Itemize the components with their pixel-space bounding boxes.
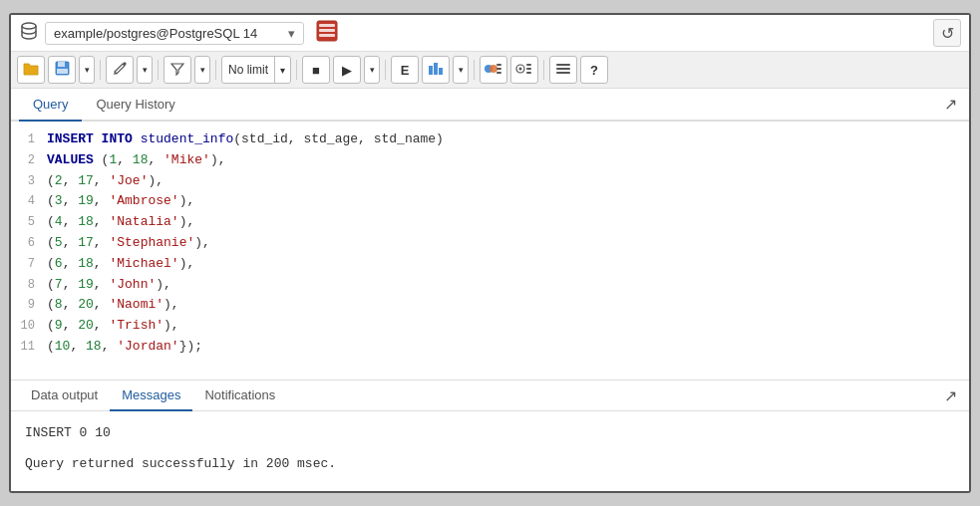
line-number: 11 — [11, 337, 47, 357]
punctuation: , — [63, 173, 79, 188]
tab-query-history[interactable]: Query History — [82, 89, 188, 122]
separator-7 — [543, 60, 544, 80]
main-window: example/postgres@PostgreSQL 14 ▾ ↺ — [9, 13, 971, 493]
svg-rect-7 — [57, 69, 68, 74]
save-button[interactable] — [48, 56, 76, 84]
help-button[interactable]: ? — [580, 56, 608, 84]
number-literal: 18 — [78, 256, 94, 271]
macros-icon — [485, 62, 502, 79]
punctuation: ( — [47, 235, 55, 250]
toolbar: ▾ ▾ ▾ No — [11, 52, 969, 89]
save-dropdown-arrow: ▾ — [85, 65, 90, 75]
svg-rect-13 — [496, 64, 501, 66]
svg-rect-14 — [496, 68, 501, 70]
punctuation: ), — [163, 297, 179, 312]
filter-dropdown-arrow: ▾ — [200, 65, 205, 75]
string-literal: 'Michael' — [109, 256, 178, 271]
separator-1 — [100, 60, 101, 80]
string-literal: 'Ambrose' — [109, 193, 178, 208]
filter-button[interactable] — [163, 56, 191, 84]
svg-rect-22 — [556, 68, 570, 70]
number-literal: 17 — [78, 173, 94, 188]
code-editor[interactable]: 1INSERT INTO student_info(std_id, std_ag… — [11, 122, 969, 380]
run-button[interactable]: ▶ — [333, 56, 361, 84]
tab-notifications[interactable]: Notifications — [192, 380, 287, 411]
number-literal: 20 — [78, 318, 94, 333]
punctuation: ), — [210, 152, 226, 167]
expand-output-icon[interactable]: ↗ — [940, 382, 961, 409]
svg-point-0 — [22, 23, 36, 29]
svg-rect-18 — [526, 64, 531, 66]
expand-editor-icon[interactable]: ↗ — [940, 91, 961, 118]
tab-data-output[interactable]: Data output — [19, 380, 110, 411]
editor-line: 1INSERT INTO student_info(std_id, std_ag… — [11, 129, 969, 150]
number-literal: 17 — [78, 235, 94, 250]
svg-rect-10 — [439, 68, 443, 75]
chart-dropdown-button[interactable]: ▾ — [453, 56, 469, 84]
pencil-icon — [113, 61, 128, 79]
server-icon — [316, 20, 338, 46]
punctuation: , — [94, 193, 110, 208]
chart-icon — [428, 62, 444, 79]
punctuation: , — [63, 235, 79, 250]
svg-rect-9 — [434, 63, 438, 75]
save-dropdown-button[interactable]: ▾ — [79, 56, 95, 84]
number-literal: 20 — [78, 297, 94, 312]
run-icon: ▶ — [342, 63, 352, 78]
svg-point-17 — [519, 67, 522, 70]
punctuation: ( — [47, 173, 55, 188]
line-content: (6, 18, 'Michael'), — [47, 254, 969, 275]
line-content: (10, 18, 'Jordan'}); — [47, 337, 969, 358]
string-literal: 'John' — [109, 277, 156, 292]
edit-dropdown-button[interactable]: ▾ — [137, 56, 153, 84]
punctuation: , — [63, 256, 79, 271]
line-number: 3 — [11, 171, 47, 191]
limit-dropdown[interactable]: No limit ▾ — [221, 56, 291, 84]
stop-button[interactable]: ■ — [302, 56, 330, 84]
punctuation: , — [70, 339, 86, 354]
macros-button[interactable] — [480, 56, 507, 84]
line-content: (5, 17, 'Stephanie'), — [47, 233, 969, 254]
tab-messages[interactable]: Messages — [110, 380, 192, 411]
menu-button[interactable] — [549, 56, 577, 84]
refresh-icon: ↺ — [941, 24, 954, 43]
svg-rect-15 — [496, 72, 501, 74]
svg-rect-6 — [58, 62, 65, 67]
punctuation: ( — [47, 193, 55, 208]
run-dropdown-button[interactable]: ▾ — [364, 56, 380, 84]
open-file-button[interactable] — [17, 56, 45, 84]
line-number: 9 — [11, 295, 47, 315]
filter-dropdown-button[interactable]: ▾ — [194, 56, 210, 84]
line-content: (8, 20, 'Naomi'), — [47, 295, 969, 316]
punctuation: , — [94, 297, 110, 312]
number-literal: 9 — [55, 318, 63, 333]
punctuation: , — [94, 256, 110, 271]
line-content: VALUES (1, 18, 'Mike'), — [47, 150, 969, 171]
run-dropdown-arrow: ▾ — [370, 65, 375, 75]
line-number: 10 — [11, 316, 47, 336]
number-literal: 2 — [55, 173, 63, 188]
punctuation: ( — [47, 318, 55, 333]
edit-button[interactable] — [106, 56, 134, 84]
scratch-button[interactable] — [510, 56, 538, 84]
output-area: Data output Messages Notifications ↗ INS… — [11, 380, 969, 491]
explain-button[interactable]: E — [391, 56, 419, 84]
punctuation: ( — [47, 277, 55, 292]
editor-line: 11(10, 18, 'Jordan'}); — [11, 337, 969, 358]
number-literal: 18 — [133, 152, 149, 167]
refresh-button[interactable]: ↺ — [933, 19, 961, 47]
output-line-1: INSERT 0 10 — [25, 421, 955, 444]
punctuation: , — [94, 277, 110, 292]
tab-query[interactable]: Query — [19, 89, 82, 122]
chart-button[interactable] — [422, 56, 450, 84]
output-line-2: Query returned successfully in 200 msec. — [25, 452, 955, 475]
line-number: 1 — [11, 129, 47, 149]
number-literal: 8 — [55, 297, 63, 312]
connection-label: example/postgres@PostgreSQL 14 — [54, 26, 257, 41]
editor-line: 7(6, 18, 'Michael'), — [11, 254, 969, 275]
punctuation: ( — [47, 214, 55, 229]
punctuation: , — [63, 297, 79, 312]
punctuation: , — [117, 152, 133, 167]
connection-dropdown[interactable]: example/postgres@PostgreSQL 14 ▾ — [45, 22, 304, 45]
punctuation: , — [94, 318, 110, 333]
